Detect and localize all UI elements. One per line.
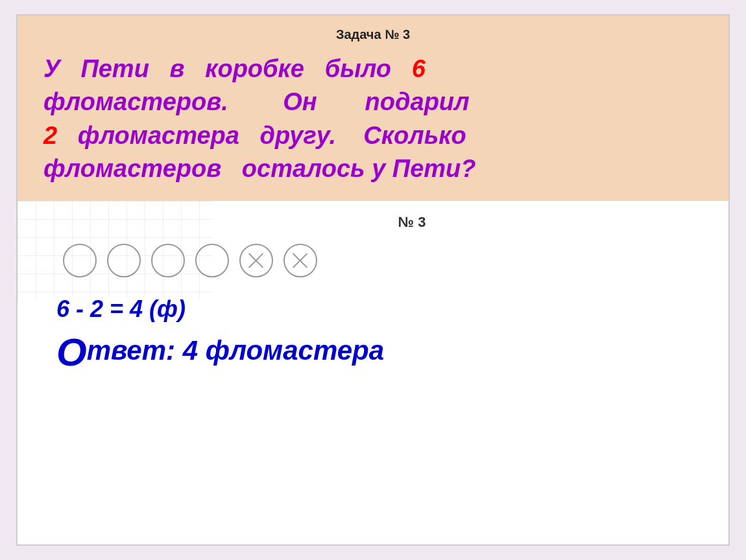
circle-crossed-2 [283, 244, 317, 277]
bottom-section: № 3 6 - 2 = 4 (ф) Ответ: 4 фломастера [18, 201, 728, 544]
top-section: Задача № 3 У Пети в коробке было 6 флома… [18, 16, 728, 201]
equation: 6 - 2 = 4 (ф) [56, 296, 690, 323]
answer-text: Ответ: 4 фломастера [56, 333, 690, 372]
circle-1 [63, 244, 97, 277]
circle-2 [107, 244, 141, 277]
task-title: Задача № 3 [43, 27, 703, 42]
circle-3 [151, 244, 185, 277]
grid-content: № 3 6 - 2 = 4 (ф) Ответ: 4 фломастера [18, 201, 728, 385]
number-label: № 3 [134, 214, 690, 231]
task-text-part4: фломастеров осталось у Пети? [43, 155, 476, 182]
task-num2: 2 [43, 122, 57, 149]
circle-crossed-1 [239, 244, 273, 277]
answer-big-o: О [56, 331, 87, 374]
task-text-part3: фломастера другу. Сколько [57, 122, 466, 149]
answer-rest: твет: 4 фломастера [87, 335, 384, 366]
task-text: У Пети в коробке было 6 фломастеров. Он … [43, 52, 703, 185]
circle-4 [195, 244, 229, 277]
slide: Задача № 3 У Пети в коробке было 6 флома… [16, 14, 730, 546]
task-text-part1: У Пети в коробке было [43, 55, 412, 82]
circles-row [56, 244, 690, 277]
task-text-part2: фломастеров. Он подарил [43, 88, 470, 115]
task-num1: 6 [412, 55, 426, 82]
